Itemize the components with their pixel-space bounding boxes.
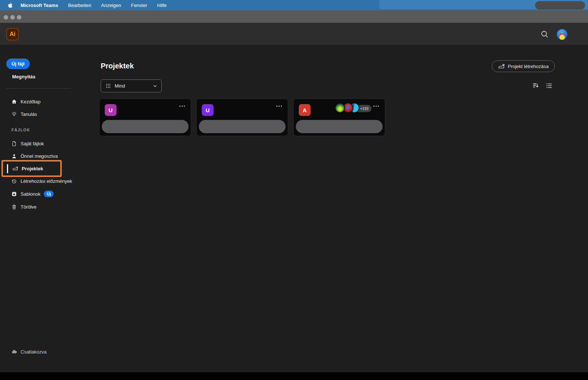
sidebar-item-label: Sablonok — [21, 191, 40, 197]
more-options-icon[interactable] — [373, 106, 379, 107]
search-icon[interactable] — [540, 30, 549, 39]
more-options-icon[interactable] — [276, 106, 282, 107]
project-tile-initial: U — [202, 104, 214, 116]
create-project-label: Projekt létrehozása — [508, 64, 549, 69]
illustrator-logo: Ai — [6, 28, 19, 40]
user-avatar[interactable] — [557, 29, 567, 40]
project-tile-initial: U — [105, 104, 116, 116]
projects-icon — [12, 166, 18, 172]
sidebar-item-label: Kezdőlap — [21, 99, 40, 104]
sidebar-item-label: Projektek — [22, 166, 43, 171]
project-card[interactable]: U — [196, 99, 288, 136]
lightbulb-icon — [11, 111, 17, 117]
window-zoom-button[interactable] — [17, 15, 21, 19]
app-header — [0, 23, 588, 45]
member-avatar — [344, 103, 352, 112]
project-card[interactable]: U — [99, 99, 191, 136]
sidebar-item-my-files[interactable]: Saját fájlok — [0, 137, 85, 150]
create-project-icon — [498, 63, 505, 70]
home-icon — [11, 99, 17, 105]
connection-status: Csatlakozva — [0, 345, 85, 358]
cloud-icon — [11, 348, 18, 355]
apple-icon[interactable] — [7, 2, 13, 8]
sidebar-item-templates[interactable]: Sablonok Új — [0, 188, 85, 200]
new-badge: Új — [44, 191, 54, 197]
sidebar-item-label: Önnel megosztva — [21, 153, 58, 159]
filter-dropdown[interactable]: Mind — [101, 79, 162, 92]
bottom-black-strip — [0, 372, 588, 380]
sidebar-item-label: Törölve — [21, 204, 36, 210]
sidebar-item-label: Létrehozási előzmények — [21, 178, 72, 184]
connection-status-label: Csatlakozva — [21, 349, 47, 355]
sidebar-item-shared-with-you[interactable]: Önnel megosztva — [0, 150, 85, 162]
more-options-icon[interactable] — [179, 106, 185, 107]
sidebar-item-label: Saját fájlok — [21, 141, 44, 146]
menubar-item-hilfe[interactable]: Hilfe — [157, 3, 167, 8]
page-title: Projektek — [101, 62, 134, 70]
new-file-button[interactable]: Új fájl — [6, 58, 30, 69]
sidebar-item-label: Tanulás — [21, 111, 37, 117]
app-body: Új fájl Megnyitás Kezdőlap Tanulás FÁJLO… — [0, 45, 588, 372]
trash-icon — [11, 204, 17, 210]
sidebar-item-deleted[interactable]: Törölve — [0, 200, 85, 213]
chevron-down-icon — [153, 84, 158, 89]
menubar-item-anzeigen[interactable]: Anzeigen — [101, 3, 121, 8]
menubar-app-name[interactable]: Microsoft Teams — [21, 3, 58, 8]
sidebar-item-learn[interactable]: Tanulás — [0, 108, 85, 120]
sidebar-item-creation-history[interactable]: Létrehozási előzmények — [0, 175, 85, 187]
open-button[interactable]: Megnyitás — [12, 74, 36, 79]
grid-icon — [105, 83, 111, 89]
macos-menubar: Microsoft Teams Bearbeiten Anzeigen Fens… — [0, 0, 588, 10]
menubar-status-redaction — [535, 1, 585, 10]
screen: Microsoft Teams Bearbeiten Anzeigen Fens… — [0, 0, 588, 380]
template-icon — [11, 191, 17, 197]
sidebar-divider — [6, 88, 71, 89]
sort-icon[interactable] — [532, 82, 539, 89]
create-project-button[interactable]: Projekt létrehozása — [492, 60, 555, 72]
window-titlebar — [0, 10, 588, 23]
document-icon — [11, 141, 17, 147]
menubar-item-fenster[interactable]: Fenster — [131, 3, 147, 8]
sidebar-item-home[interactable]: Kezdőlap — [0, 95, 85, 108]
project-card[interactable]: A +193 — [293, 99, 385, 136]
person-icon — [11, 153, 17, 159]
window-close-button[interactable] — [4, 15, 8, 19]
sidebar-item-projects[interactable]: Projektek — [0, 162, 85, 175]
project-cards: U U A +193 — [99, 99, 385, 136]
sidebar-section-files: FÁJLOK — [11, 128, 30, 132]
window-minimize-button[interactable] — [10, 15, 15, 19]
project-name-redacted — [296, 120, 383, 133]
member-avatar — [336, 103, 344, 112]
project-tile-initial: A — [299, 104, 311, 116]
project-name-redacted — [199, 120, 286, 133]
menubar-item-bearbeiten[interactable]: Bearbeiten — [68, 3, 91, 8]
filter-selected-value: Mind — [115, 83, 125, 89]
project-name-redacted — [102, 120, 189, 133]
list-view-icon[interactable] — [545, 82, 553, 89]
history-clock-icon — [11, 178, 17, 184]
